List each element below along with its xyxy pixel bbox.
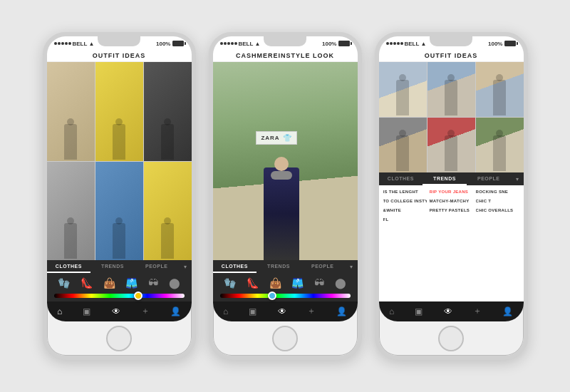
nav-person-1[interactable]: 👤 [170, 306, 181, 316]
color-slider-2[interactable] [220, 294, 351, 298]
phone-2-screen: BELL ▲ 4:21 PM 100% CASHMEREINSTYLE LOOK… [213, 36, 358, 321]
grid-cell-1-5 [95, 162, 143, 261]
full-photo-2: ZARA 👕 [213, 62, 358, 260]
nav-person-2[interactable]: 👤 [336, 306, 347, 316]
trend-5[interactable]: CHIC T [476, 197, 519, 205]
heels-icon-2[interactable]: 👠 [247, 277, 259, 289]
tab-trends-2[interactable]: TRENDS [256, 260, 301, 273]
nav-square-3[interactable]: ▣ [415, 306, 423, 316]
color-slider-1[interactable] [54, 294, 185, 298]
nav-square-1[interactable]: ▣ [83, 306, 90, 316]
sunglasses-icon[interactable]: 🕶 [148, 277, 158, 289]
icon-row-2: 🧤 👠 👜 🩳 🕶 ⬤ [213, 273, 358, 292]
status-left-3: BELL ▲ [386, 41, 427, 47]
bottom-tabs-1: CLOTHES TRENDS PEOPLE ▾ [47, 260, 192, 273]
trend-7[interactable]: PRETTY PASTELS [430, 207, 473, 214]
tab-people-1[interactable]: PEOPLE [135, 260, 179, 273]
sunglasses-icon-2[interactable]: 🕶 [314, 277, 324, 289]
circle-icon[interactable]: ⬤ [169, 277, 180, 289]
grid-cell-3-5 [428, 118, 475, 172]
trend-8[interactable]: CHIC OVERALLS [476, 207, 519, 214]
tab-dropdown-2[interactable]: ▾ [345, 260, 358, 273]
phone-3-screen: BELL ▲ 4:21 PM 100% OUTFIT IDEAS [379, 36, 524, 321]
heels-icon[interactable]: 👠 [81, 277, 93, 289]
nav-camera-3[interactable]: 👁 [444, 306, 452, 316]
status-bar-2: BELL ▲ 4:21 PM 100% [213, 36, 358, 49]
status-left-2: BELL ▲ [220, 41, 261, 47]
grid-cell-3-1 [379, 62, 427, 117]
fashion-figure [264, 167, 299, 260]
grid-cell-1-6 [144, 162, 192, 261]
nav-home-1[interactable]: ⌂ [57, 306, 62, 316]
home-button-1[interactable] [106, 326, 132, 351]
shorts-icon[interactable]: 🩳 [125, 277, 138, 289]
tab-dropdown-1[interactable]: ▾ [179, 260, 192, 273]
color-slider-container-2 [213, 292, 358, 301]
nav-plus-2[interactable]: ＋ [307, 305, 316, 317]
carrier-label: BELL [73, 41, 88, 47]
dropdown-arrow-3: ▾ [516, 176, 519, 182]
tab-trends-1[interactable]: TRENDS [90, 260, 135, 273]
grid-cell-1-2 [95, 62, 143, 161]
trend-2[interactable]: ROCKING SNE [476, 188, 519, 195]
slider-thumb-1[interactable] [134, 292, 142, 300]
grid-cell-1-4 [47, 162, 95, 261]
grid-cell-3-2 [428, 62, 475, 117]
grid-cell-1-3 [144, 62, 192, 161]
gloves-icon-2[interactable]: 🧤 [224, 277, 236, 289]
grid-cell-1-1 [47, 62, 95, 161]
nav-plus-3[interactable]: ＋ [473, 305, 482, 317]
nav-camera-1[interactable]: 👁 [112, 306, 120, 316]
photo-grid-3 [379, 62, 524, 172]
nav-square-2[interactable]: ▣ [249, 306, 256, 316]
wifi-icon: ▲ [88, 41, 94, 47]
dropdown-arrow-1: ▾ [184, 264, 187, 270]
tab-clothes-3[interactable]: CLOTHES [379, 172, 423, 185]
tab-clothes-1[interactable]: CLOTHES [47, 260, 91, 273]
tab-trends-3[interactable]: TRENDS [423, 172, 467, 185]
phone-3: BELL ▲ 4:21 PM 100% OUTFIT IDEAS [375, 32, 528, 360]
trend-1[interactable]: RIP YOUR JEANS [430, 188, 473, 195]
tab-dropdown-3[interactable]: ▾ [511, 172, 524, 185]
grid-cell-3-4 [379, 118, 427, 172]
status-bar-3: BELL ▲ 4:21 PM 100% [379, 36, 524, 49]
phone-1: BELL ▲ 4:21 PM 100% OUTFIT IDEAS [43, 32, 196, 360]
circle-icon-2[interactable]: ⬤ [335, 277, 346, 289]
battery-label: 100% [156, 41, 170, 47]
nav-plus-1[interactable]: ＋ [141, 305, 150, 317]
nav-camera-2[interactable]: 👁 [278, 306, 286, 316]
trend-4[interactable]: MATCHY-MATCHY [430, 197, 473, 205]
wifi-icon-2: ▲ [254, 41, 260, 47]
trend-6[interactable]: &WHITE [383, 207, 427, 214]
signal-dots [54, 42, 71, 45]
phone-2: BELL ▲ 4:21 PM 100% CASHMEREINSTYLE LOOK… [209, 32, 362, 360]
bag-icon[interactable]: 👜 [103, 277, 115, 289]
signal-dots-2 [220, 42, 237, 45]
nav-home-3[interactable]: ⌂ [389, 306, 394, 316]
zara-overlay[interactable]: ZARA 👕 [256, 131, 296, 145]
trend-9[interactable]: FL [383, 216, 427, 223]
screen-title-1: OUTFIT IDEAS [47, 49, 192, 62]
tab-clothes-2[interactable]: CLOTHES [213, 260, 257, 273]
nav-person-3[interactable]: 👤 [502, 306, 513, 316]
home-button-2[interactable] [272, 326, 298, 351]
battery-icon-3 [504, 41, 516, 46]
gloves-icon[interactable]: 🧤 [58, 277, 70, 289]
slider-thumb-2[interactable] [268, 292, 276, 300]
trend-0[interactable]: IS THE LENGHT [383, 188, 427, 195]
phones-container: BELL ▲ 4:21 PM 100% OUTFIT IDEAS [28, 18, 542, 374]
bottom-tabs-2: CLOTHES TRENDS PEOPLE ▾ [213, 260, 358, 273]
home-button-3[interactable] [438, 326, 464, 351]
tab-people-3[interactable]: PEOPLE [467, 172, 511, 185]
battery-icon-2 [338, 41, 350, 46]
tab-people-2[interactable]: PEOPLE [301, 260, 345, 273]
bottom-tabs-3: CLOTHES TRENDS PEOPLE ▾ [379, 172, 524, 185]
wifi-icon-3: ▲ [420, 41, 426, 47]
battery-label-3: 100% [488, 41, 502, 47]
trend-3[interactable]: TO COLLEGE INSTYLE [383, 197, 427, 205]
nav-bar-1: ⌂ ▣ 👁 ＋ 👤 [47, 301, 192, 321]
time-display-1: 4:21 PM [115, 41, 136, 47]
nav-home-2[interactable]: ⌂ [223, 306, 228, 316]
shorts-icon-2[interactable]: 🩳 [291, 277, 304, 289]
bag-icon-2[interactable]: 👜 [269, 277, 281, 289]
